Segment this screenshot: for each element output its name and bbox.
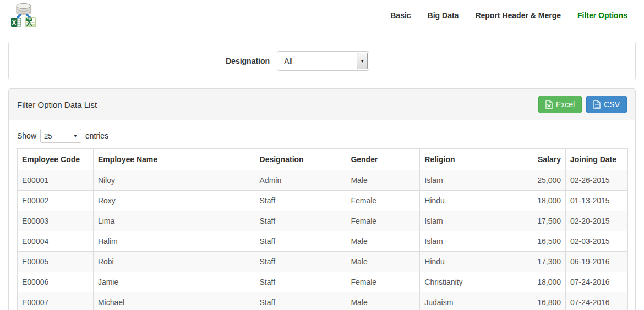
chevron-down-icon: ▼: [360, 59, 364, 64]
nav-item-basic[interactable]: Basic: [382, 11, 419, 20]
cell-employee-name: Roxy: [93, 191, 255, 211]
column-header-joining-date: Joining Date: [566, 149, 628, 170]
cell-employee-code: E00002: [18, 191, 94, 211]
cell-gender: Male: [346, 231, 420, 252]
cell-designation: Staff: [255, 211, 346, 231]
entries-per-page-select[interactable]: 25: [40, 129, 81, 143]
panel-title: Filter Option Data List: [17, 100, 97, 109]
cell-joining-date: 06-19-2016: [566, 252, 628, 272]
cell-gender: Female: [346, 191, 420, 211]
table-row: E00005 Robi Staff Male Hindu 17,300 06-1…: [18, 252, 628, 272]
cell-designation: Staff: [255, 252, 346, 272]
cell-employee-code: E00007: [18, 292, 94, 310]
table-row: E00002 Roxy Staff Female Hindu 18,000 01…: [18, 191, 628, 211]
cell-employee-name: Lima: [93, 211, 255, 231]
cell-religion: Hindu: [420, 191, 494, 211]
designation-select[interactable]: All ▼: [277, 51, 369, 71]
table-row: E00004 Halim Staff Male Islam 16,500 02-…: [18, 231, 628, 252]
cell-joining-date: 02-26-2015: [566, 170, 628, 191]
cell-joining-date: 02-20-2015: [566, 211, 628, 231]
cell-designation: Staff: [255, 231, 346, 252]
cell-designation: Staff: [255, 292, 346, 310]
cell-salary: 17,500: [494, 211, 566, 231]
cell-joining-date: 07-24-2016: [566, 292, 628, 310]
cell-employee-name: Robi: [93, 252, 255, 272]
cell-employee-code: E00004: [18, 231, 94, 252]
cell-gender: Male: [346, 170, 420, 191]
cell-salary: 18,000: [494, 191, 566, 211]
designation-selected-value: All: [284, 57, 293, 65]
cell-salary: 18,000: [494, 272, 566, 292]
cell-religion: Christianity: [420, 272, 494, 292]
cell-employee-code: E00001: [18, 170, 94, 191]
table-row: E00001 Niloy Admin Male Islam 25,000 02-…: [18, 170, 628, 191]
cell-employee-name: Niloy: [93, 170, 255, 191]
filter-panel: Designation All ▼: [8, 42, 636, 80]
show-label: Show: [17, 131, 36, 140]
cell-joining-date: 07-24-2016: [566, 272, 628, 292]
table-row: E00003 Lima Staff Female Islam 17,500 02…: [18, 211, 628, 231]
cell-employee-name: Jamie: [93, 272, 255, 292]
cell-joining-date: 02-03-2015: [566, 231, 628, 252]
cell-employee-code: E00006: [18, 272, 94, 292]
cell-employee-name: Michael: [93, 292, 255, 310]
cell-religion: Islam: [420, 231, 494, 252]
navbar: X CSV Basic Big Data Report Header & Mer…: [0, 0, 644, 31]
table-row: E00007 Michael Staff Male Judaism 16,800…: [18, 292, 628, 310]
cell-religion: Islam: [420, 211, 494, 231]
cell-gender: Male: [346, 252, 420, 272]
entries-length-control: Show 25 ▼ entries: [17, 129, 627, 143]
nav-item-big-data[interactable]: Big Data: [419, 11, 467, 20]
cell-religion: Islam: [420, 170, 494, 191]
cell-salary: 17,300: [494, 252, 566, 272]
data-list-panel-heading: Filter Option Data List Excel: [9, 89, 635, 120]
brand-logo[interactable]: X CSV: [10, 2, 37, 29]
column-header-gender: Gender: [346, 149, 420, 170]
excel-file-icon: [545, 100, 553, 109]
data-list-panel: Filter Option Data List Excel: [8, 88, 636, 310]
designation-filter-group: Designation All ▼: [226, 51, 369, 71]
database-export-logo-icon: X CSV: [10, 2, 37, 29]
table-header-row: Employee Code Employee Name Designation …: [18, 149, 628, 170]
excel-button-label: Excel: [556, 100, 575, 109]
cell-salary: 25,000: [494, 170, 566, 191]
cell-religion: Judaism: [420, 292, 494, 310]
cell-gender: Female: [346, 272, 420, 292]
cell-religion: Hindu: [420, 252, 494, 272]
cell-salary: 16,500: [494, 231, 566, 252]
cell-gender: Male: [346, 292, 420, 310]
cell-designation: Staff: [255, 272, 346, 292]
designation-label: Designation: [226, 57, 270, 65]
cell-salary: 16,800: [494, 292, 566, 310]
csv-file-icon: [593, 100, 601, 109]
table-row: E00006 Jamie Staff Female Christianity 1…: [18, 272, 628, 292]
cell-designation: Staff: [255, 191, 346, 211]
data-list-panel-body: Show 25 ▼ entries Employee Code Employee…: [9, 120, 635, 310]
cell-joining-date: 01-13-2015: [566, 191, 628, 211]
column-header-salary: Salary: [494, 149, 566, 170]
cell-designation: Admin: [255, 170, 346, 191]
export-excel-button[interactable]: Excel: [538, 96, 582, 113]
export-csv-button[interactable]: CSV: [586, 96, 627, 113]
column-header-employee-name: Employee Name: [93, 149, 255, 170]
employee-table: Employee Code Employee Name Designation …: [17, 148, 628, 310]
designation-dropdown-button[interactable]: ▼: [357, 53, 368, 69]
nav-item-filter-options[interactable]: Filter Options: [569, 11, 636, 20]
cell-employee-name: Halim: [93, 231, 255, 252]
nav-item-report-header-merge[interactable]: Report Header & Merge: [467, 11, 569, 20]
column-header-religion: Religion: [420, 149, 494, 170]
cell-employee-code: E00005: [18, 252, 94, 272]
csv-button-label: CSV: [604, 100, 620, 109]
entries-label: entries: [85, 131, 108, 140]
column-header-employee-code: Employee Code: [18, 149, 94, 170]
export-buttons: Excel CSV: [538, 96, 627, 113]
main-nav: Basic Big Data Report Header & Merge Fil…: [382, 11, 636, 20]
column-header-designation: Designation: [255, 149, 346, 170]
cell-employee-code: E00003: [18, 211, 94, 231]
cell-gender: Female: [346, 211, 420, 231]
svg-text:X: X: [12, 19, 17, 26]
